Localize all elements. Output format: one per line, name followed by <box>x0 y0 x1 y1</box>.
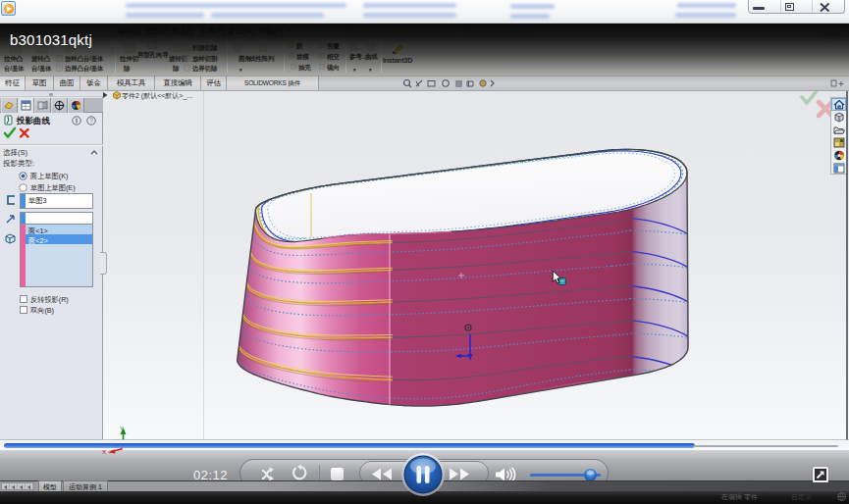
svg-text:Y: Y <box>120 426 124 431</box>
svg-text:X: X <box>102 449 106 455</box>
